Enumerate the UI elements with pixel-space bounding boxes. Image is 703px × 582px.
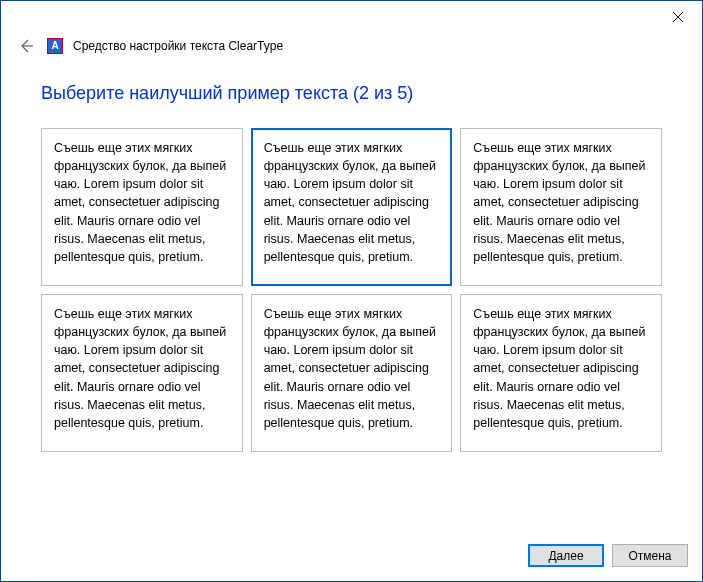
- titlebar: [1, 1, 702, 33]
- content-area: Выберите наилучший пример текста (2 из 5…: [1, 65, 702, 534]
- back-button[interactable]: [15, 35, 37, 57]
- back-arrow-icon: [18, 38, 34, 54]
- cancel-button[interactable]: Отмена: [612, 544, 688, 567]
- text-sample-2[interactable]: Съешь еще этих мягких французских булок,…: [251, 128, 453, 286]
- window-title: Средство настройки текста ClearType: [73, 39, 283, 53]
- text-sample-3[interactable]: Съешь еще этих мягких французских булок,…: [460, 128, 662, 286]
- close-icon: [673, 12, 683, 22]
- text-sample-4[interactable]: Съешь еще этих мягких французских булок,…: [41, 294, 243, 452]
- instruction-heading: Выберите наилучший пример текста (2 из 5…: [41, 83, 662, 104]
- wizard-window: A Средство настройки текста ClearType Вы…: [1, 1, 702, 581]
- text-sample-5[interactable]: Съешь еще этих мягких французских булок,…: [251, 294, 453, 452]
- close-button[interactable]: [658, 3, 698, 31]
- text-sample-1[interactable]: Съешь еще этих мягких французских булок,…: [41, 128, 243, 286]
- text-sample-6[interactable]: Съешь еще этих мягких французских булок,…: [460, 294, 662, 452]
- next-button[interactable]: Далее: [528, 544, 604, 567]
- app-icon-letter: A: [51, 41, 58, 51]
- sample-grid: Съешь еще этих мягких французских булок,…: [41, 128, 662, 452]
- header: A Средство настройки текста ClearType: [1, 33, 702, 65]
- footer: Далее Отмена: [1, 534, 702, 581]
- app-icon: A: [47, 38, 63, 54]
